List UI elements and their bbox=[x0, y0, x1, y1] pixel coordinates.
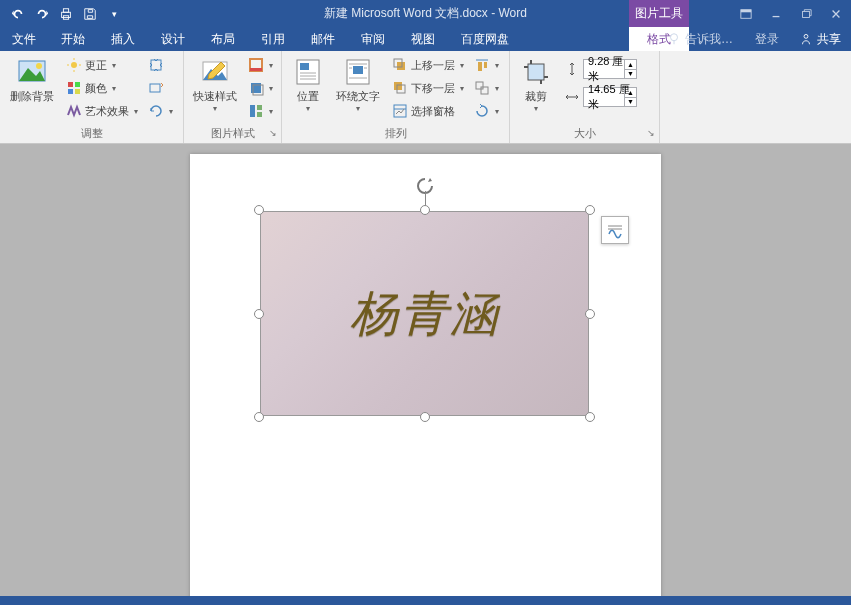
wrap-text-button[interactable]: 环绕文字 ▾ bbox=[332, 54, 384, 113]
tab-design[interactable]: 设计 bbox=[148, 27, 198, 51]
artistic-icon bbox=[66, 103, 82, 119]
size-launcher[interactable]: ↘ bbox=[647, 128, 655, 138]
svg-point-12 bbox=[36, 63, 42, 69]
svg-rect-4 bbox=[741, 9, 751, 12]
svg-rect-20 bbox=[68, 89, 73, 94]
picture-layout-button[interactable]: ▾ bbox=[246, 100, 275, 122]
restore-icon bbox=[800, 8, 812, 20]
position-icon bbox=[292, 56, 324, 88]
height-down[interactable]: ▼ bbox=[625, 70, 636, 79]
remove-background-button[interactable]: 删除背景 bbox=[6, 54, 58, 103]
group-objects-button[interactable]: ▾ bbox=[472, 77, 501, 99]
close-button[interactable] bbox=[821, 0, 851, 27]
tab-file[interactable]: 文件 bbox=[0, 27, 48, 51]
width-down[interactable]: ▼ bbox=[625, 98, 636, 107]
rotate-button[interactable]: ▾ bbox=[472, 100, 501, 122]
tab-mailings[interactable]: 邮件 bbox=[298, 27, 348, 51]
undo-button[interactable] bbox=[8, 4, 28, 24]
compress-pictures-button[interactable] bbox=[146, 54, 175, 76]
remove-bg-icon bbox=[16, 56, 48, 88]
tab-view[interactable]: 视图 bbox=[398, 27, 448, 51]
align-button[interactable]: ▾ bbox=[472, 54, 501, 76]
login-button[interactable]: 登录 bbox=[745, 27, 789, 51]
svg-rect-18 bbox=[68, 82, 73, 87]
height-up[interactable]: ▲ bbox=[625, 60, 636, 70]
quick-styles-button[interactable]: 快速样式 ▾ bbox=[190, 54, 240, 113]
artistic-effects-button[interactable]: 艺术效果▾ bbox=[64, 100, 140, 122]
color-icon bbox=[66, 80, 82, 96]
svg-point-9 bbox=[804, 34, 808, 38]
save-button[interactable] bbox=[80, 4, 100, 24]
width-input-row: 14.65 厘米 ▲▼ bbox=[564, 86, 637, 108]
picture-border-button[interactable]: ▾ bbox=[246, 54, 275, 76]
effects-icon bbox=[248, 80, 264, 96]
reset-picture-button[interactable]: ▾ bbox=[146, 100, 175, 122]
tab-layout[interactable]: 布局 bbox=[198, 27, 248, 51]
selection-pane-icon bbox=[392, 103, 408, 119]
selected-image-wrapper: 杨青涵 bbox=[260, 211, 589, 416]
tab-insert[interactable]: 插入 bbox=[98, 27, 148, 51]
resize-handle-l[interactable] bbox=[254, 309, 264, 319]
image-text: 杨青涵 bbox=[350, 282, 500, 346]
svg-rect-34 bbox=[300, 63, 309, 70]
height-input-row: 9.28 厘米 ▲▼ bbox=[564, 58, 637, 80]
bring-forward-button[interactable]: 上移一层▾ bbox=[390, 54, 466, 76]
resize-handle-t[interactable] bbox=[420, 205, 430, 215]
compress-icon bbox=[148, 57, 164, 73]
resize-handle-tr[interactable] bbox=[585, 205, 595, 215]
send-backward-button[interactable]: 下移一层▾ bbox=[390, 77, 466, 99]
tab-references[interactable]: 引用 bbox=[248, 27, 298, 51]
crop-button[interactable]: 裁剪 ▾ bbox=[516, 54, 556, 113]
change-pic-icon bbox=[148, 80, 164, 96]
document-canvas[interactable]: 杨青涵 bbox=[0, 144, 851, 596]
svg-rect-32 bbox=[257, 112, 262, 117]
svg-rect-31 bbox=[257, 105, 262, 110]
redo-button[interactable] bbox=[32, 4, 52, 24]
ribbon-display-icon bbox=[740, 8, 752, 20]
group-icon bbox=[474, 80, 490, 96]
restore-button[interactable] bbox=[791, 0, 821, 27]
group-label-size: 大小 ↘ bbox=[516, 126, 653, 143]
ribbon-display-button[interactable] bbox=[731, 0, 761, 27]
resize-handle-r[interactable] bbox=[585, 309, 595, 319]
width-input[interactable]: 14.65 厘米 ▲▼ bbox=[583, 87, 637, 107]
resize-handle-b[interactable] bbox=[420, 412, 430, 422]
tell-me-search[interactable]: 告诉我… bbox=[655, 31, 745, 48]
group-label-arrange: 排列 bbox=[288, 126, 503, 143]
layout-options-button[interactable] bbox=[601, 216, 629, 244]
svg-rect-46 bbox=[394, 82, 402, 90]
reset-icon bbox=[148, 103, 164, 119]
ribbon-tabs: 文件 开始 插入 设计 布局 引用 邮件 审阅 视图 百度网盘 格式 告诉我… … bbox=[0, 27, 851, 51]
svg-point-7 bbox=[671, 34, 678, 41]
title-bar: ▾ 新建 Microsoft Word 文档.docx - Word 图片工具 bbox=[0, 0, 851, 27]
change-picture-button[interactable] bbox=[146, 77, 175, 99]
height-input[interactable]: 9.28 厘米 ▲▼ bbox=[583, 59, 637, 79]
tab-review[interactable]: 审阅 bbox=[348, 27, 398, 51]
svg-rect-48 bbox=[394, 105, 406, 117]
share-button[interactable]: 共享 bbox=[789, 27, 851, 51]
resize-handle-br[interactable] bbox=[585, 412, 595, 422]
pic-layout-icon bbox=[248, 103, 264, 119]
color-button[interactable]: 颜色▾ bbox=[64, 77, 140, 99]
width-up[interactable]: ▲ bbox=[625, 88, 636, 98]
group-label-styles: 图片样式 ↘ bbox=[190, 126, 275, 143]
status-bar bbox=[0, 596, 851, 605]
picture-effects-button[interactable]: ▾ bbox=[246, 77, 275, 99]
svg-rect-23 bbox=[150, 84, 160, 92]
styles-launcher[interactable]: ↘ bbox=[269, 128, 277, 138]
selected-image[interactable]: 杨青涵 bbox=[260, 211, 589, 416]
crop-icon bbox=[520, 56, 552, 88]
resize-handle-bl[interactable] bbox=[254, 412, 264, 422]
position-button[interactable]: 位置 ▾ bbox=[288, 54, 328, 113]
resize-handle-tl[interactable] bbox=[254, 205, 264, 215]
qat-customize[interactable]: ▾ bbox=[104, 4, 124, 24]
tab-home[interactable]: 开始 bbox=[48, 27, 98, 51]
print-button[interactable] bbox=[56, 4, 76, 24]
tab-baidu-netdisk[interactable]: 百度网盘 bbox=[448, 27, 522, 51]
selection-pane-button[interactable]: 选择窗格 bbox=[390, 100, 466, 122]
corrections-button[interactable]: 更正▾ bbox=[64, 54, 140, 76]
layout-options-icon bbox=[606, 221, 624, 239]
close-icon bbox=[830, 8, 842, 20]
send-back-icon bbox=[392, 80, 408, 96]
minimize-button[interactable] bbox=[761, 0, 791, 27]
